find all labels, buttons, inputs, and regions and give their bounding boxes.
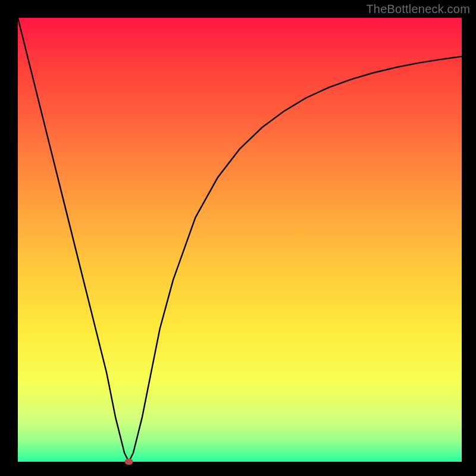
plot-background — [18, 18, 462, 462]
minimum-marker — [125, 459, 133, 465]
chart-stage: TheBottleneck.com — [0, 0, 476, 476]
bottleneck-chart — [0, 0, 476, 476]
